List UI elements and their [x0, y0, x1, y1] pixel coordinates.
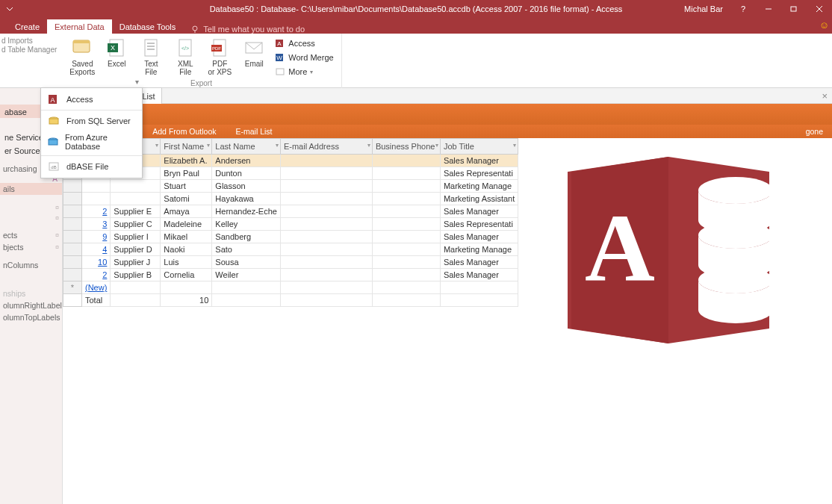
form-link[interactable]: E-mail List — [235, 127, 272, 136]
form-link[interactable]: Add From Outlook — [152, 127, 216, 136]
cell-id[interactable]: 3 — [82, 218, 111, 231]
cell-email[interactable] — [280, 218, 372, 231]
row-selector[interactable] — [63, 231, 82, 243]
cell-phone[interactable] — [372, 218, 440, 231]
cell-phone[interactable] — [372, 180, 440, 193]
help-button[interactable]: ? — [730, 0, 756, 17]
close-button[interactable] — [807, 0, 832, 17]
table-row[interactable]: 3Supplier CMadeleineKelleySales Represen… — [63, 218, 518, 231]
cell-new[interactable]: (New) — [82, 281, 111, 294]
column-header[interactable]: E-mail Address▾ — [280, 139, 372, 155]
table-row[interactable]: 2Supplier BCorneliaWeilerSales Manager — [63, 269, 518, 281]
column-header[interactable]: First Name▾ — [161, 139, 212, 155]
cell-job-title[interactable]: Marketing Manage — [440, 180, 518, 193]
cell-first-name[interactable]: Elizabeth A. — [161, 155, 212, 167]
cell-email[interactable] — [280, 193, 372, 205]
cell-id[interactable] — [82, 180, 111, 193]
cell-first-name[interactable]: Luis — [161, 256, 212, 269]
cell-last-name[interactable]: Sato — [212, 243, 281, 256]
cell-email[interactable] — [280, 167, 372, 180]
cell-email[interactable] — [280, 205, 372, 218]
table-row[interactable]: 10Supplier JLuisSousaSales Manager — [63, 256, 518, 269]
cell-id[interactable]: 4 — [82, 243, 111, 256]
cell-job-title[interactable]: Marketing Manage — [440, 243, 518, 256]
table-row[interactable]: 4Supplier DNaokiSatoMarketing Manage — [63, 243, 518, 256]
nav-item[interactable]: nships — [0, 287, 62, 299]
cell-phone[interactable] — [372, 193, 440, 205]
cell-last-name[interactable]: Sousa — [212, 256, 281, 269]
nav-item[interactable]: bjects¤ — [0, 241, 62, 253]
column-header[interactable]: Job Title▾ — [440, 139, 518, 155]
row-selector[interactable] — [63, 256, 82, 269]
cell-last-name[interactable]: Sandberg — [212, 231, 281, 243]
close-tab-icon[interactable]: × — [822, 90, 828, 102]
text-file-button[interactable]: Text File — [134, 35, 167, 78]
row-selector[interactable] — [63, 180, 82, 193]
table-row[interactable]: StuartGlassonMarketing Manage — [63, 180, 518, 193]
dropdown-item-sql-server[interactable]: From SQL Server — [41, 112, 142, 130]
table-row[interactable]: SatomiHayakawaMarketing Assistant — [63, 193, 518, 205]
cell-company[interactable]: Supplier D — [111, 243, 161, 256]
cell-company[interactable] — [111, 193, 161, 205]
cell-company[interactable]: Supplier J — [111, 256, 161, 269]
dropdown-item-access[interactable]: A Access — [41, 90, 142, 108]
row-selector[interactable] — [63, 193, 82, 205]
column-header[interactable]: Business Phone▾ — [372, 139, 440, 155]
feedback-smiley-icon[interactable]: ☺ — [819, 19, 829, 31]
cell-first-name[interactable]: Cornelia — [161, 269, 212, 281]
xml-file-button[interactable]: </> XML File — [169, 35, 202, 78]
cell-job-title[interactable]: Marketing Assistant — [440, 193, 518, 205]
cell-last-name[interactable]: Hernandez-Eche — [212, 205, 281, 218]
cell-email[interactable] — [280, 155, 372, 167]
cell-job-title[interactable]: Sales Manager — [440, 155, 518, 167]
cell-job-title[interactable]: Sales Representati — [440, 218, 518, 231]
cell-first-name[interactable]: Mikael — [161, 231, 212, 243]
tell-me-search[interactable]: Tell me what you want to do — [190, 25, 305, 34]
cell-phone[interactable] — [372, 243, 440, 256]
email-button[interactable]: Email — [238, 35, 270, 69]
nav-item[interactable]: olumnTopLabels — [0, 311, 62, 323]
cell-last-name[interactable]: Hayakawa — [212, 193, 281, 205]
row-selector[interactable] — [63, 269, 82, 281]
cell-phone[interactable] — [372, 256, 440, 269]
table-row[interactable]: 9Supplier IMikaelSandbergSales Manager — [63, 231, 518, 243]
cell-job-title[interactable]: Sales Manager — [440, 256, 518, 269]
cell-phone[interactable] — [372, 231, 440, 243]
tab-database-tools[interactable]: Database Tools — [112, 19, 184, 34]
user-name[interactable]: Michal Bar — [684, 4, 723, 13]
cell-first-name[interactable]: Madeleine — [161, 218, 212, 231]
dropdown-item-azure[interactable]: From Azure Database — [41, 130, 142, 154]
saved-exports-button[interactable]: Saved Exports — [66, 35, 99, 78]
cell-phone[interactable] — [372, 205, 440, 218]
cell-job-title[interactable]: Sales Manager — [440, 269, 518, 281]
cell-first-name[interactable]: Satomi — [161, 193, 212, 205]
nav-item[interactable]: olumnRightLabels — [0, 299, 62, 311]
cell-company[interactable]: Supplier C — [111, 218, 161, 231]
cell-first-name[interactable]: Bryn Paul — [161, 167, 212, 180]
row-selector[interactable]: * — [63, 281, 82, 294]
pdf-xps-button[interactable]: PDF PDF or XPS — [203, 35, 236, 78]
word-merge-button[interactable]: W Word Merge — [272, 51, 336, 64]
cell-email[interactable] — [280, 256, 372, 269]
tab-external-data[interactable]: External Data — [47, 19, 112, 34]
ribbon-cut-item[interactable]: d Table Manager — [1, 46, 57, 54]
cell-id[interactable] — [82, 193, 111, 205]
row-selector[interactable] — [63, 243, 82, 256]
excel-export-button[interactable]: X Excel — [100, 35, 133, 69]
cell-company[interactable]: Supplier E — [111, 205, 161, 218]
table-row[interactable]: 2Supplier EAmayaHernandez-EcheSales Mana… — [63, 205, 518, 218]
cell-first-name[interactable]: Naoki — [161, 243, 212, 256]
cell-company[interactable]: Supplier B — [111, 269, 161, 281]
nav-item[interactable]: ¤ — [0, 202, 62, 213]
dropdown-item-dbase[interactable]: dB dBASE File — [41, 158, 142, 175]
cell-job-title[interactable]: Sales Manager — [440, 231, 518, 243]
qat-dropdown-icon[interactable] — [4, 4, 15, 14]
row-selector[interactable] — [63, 218, 82, 231]
restore-button[interactable] — [781, 0, 807, 17]
cell-company[interactable] — [111, 180, 161, 193]
tab-create[interactable]: Create — [7, 19, 47, 34]
access-export-button[interactable]: A Access — [272, 37, 336, 50]
cell-id[interactable]: 9 — [82, 231, 111, 243]
cell-last-name[interactable]: Dunton — [212, 167, 281, 180]
cell-id[interactable]: 10 — [82, 256, 111, 269]
